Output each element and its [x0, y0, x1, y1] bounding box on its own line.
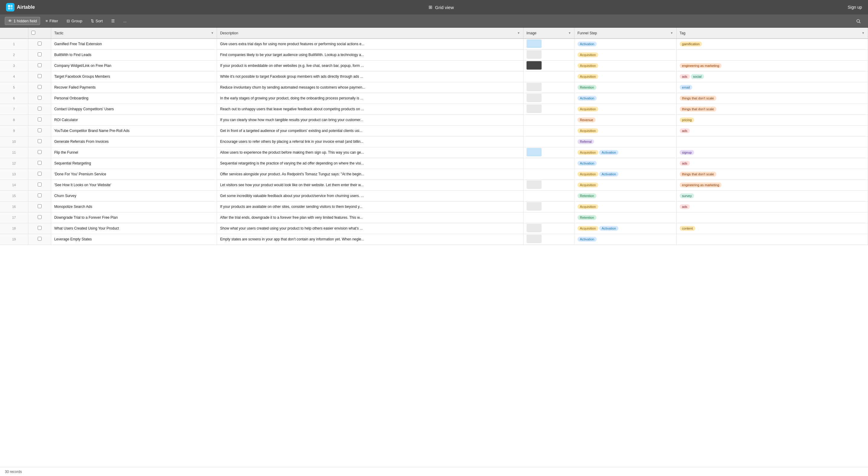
row-checkbox[interactable]	[38, 161, 41, 165]
tag-cell: pricing	[676, 115, 868, 125]
row-number: 17	[0, 212, 28, 223]
tag-cell: things that don't scale	[676, 93, 868, 104]
table-row: 16Monopolize Search AdsIf your products …	[0, 201, 868, 212]
select-all-checkbox[interactable]	[31, 31, 35, 35]
row-number: 16	[0, 201, 28, 212]
image-cell	[523, 147, 574, 158]
row-checkbox[interactable]	[38, 204, 41, 208]
image-cell	[523, 38, 574, 50]
row-checkbox[interactable]	[38, 215, 41, 219]
tactic-cell[interactable]: Monopolize Search Ads	[51, 201, 217, 212]
description-cell: Find companies likely to be your target …	[217, 50, 523, 60]
row-checkbox[interactable]	[38, 139, 41, 143]
tactic-cell[interactable]: Generate Referrals From Invoices	[51, 136, 217, 147]
row-checkbox-cell	[28, 190, 51, 201]
tactic-cell[interactable]: ROI Calculator	[51, 115, 217, 125]
tactic-cell[interactable]: BuiltWith to Find Leads	[51, 50, 217, 60]
row-checkbox[interactable]	[38, 128, 41, 132]
row-number: 9	[0, 125, 28, 136]
funnel-step-cell: AcquisitionActivation	[575, 223, 677, 234]
logo[interactable]: Airtable	[6, 3, 35, 11]
table-row: 9YouTube Competitor Brand Name Pre-Roll …	[0, 125, 868, 136]
row-checkbox[interactable]	[38, 107, 41, 110]
col-header-tag[interactable]: Tag ▼	[676, 28, 868, 38]
hidden-field-button[interactable]: 👁 1 hidden field	[5, 17, 40, 25]
row-checkbox-cell	[28, 71, 51, 82]
row-checkbox[interactable]	[38, 85, 41, 89]
tag-item: email	[680, 85, 692, 90]
row-checkbox-cell	[28, 82, 51, 93]
row-checkbox[interactable]	[38, 96, 41, 100]
filter-button[interactable]: ≡ Filter	[42, 17, 61, 25]
image-cell	[523, 180, 574, 190]
app-header: Airtable ⊞ Grid view Sign up	[0, 0, 868, 14]
col-header-num	[0, 28, 28, 38]
col-header-description[interactable]: Description ▼	[217, 28, 523, 38]
row-checkbox[interactable]	[38, 74, 41, 78]
row-checkbox[interactable]	[38, 63, 41, 67]
row-checkbox[interactable]	[38, 172, 41, 176]
description-cell: If your product is embeddable on other w…	[217, 60, 523, 71]
row-number: 13	[0, 169, 28, 180]
funnel-step-tag: Acquisition	[578, 63, 598, 68]
tactic-cell[interactable]: What Users Created Using Your Product	[51, 223, 217, 234]
row-checkbox[interactable]	[38, 237, 41, 241]
image-cell	[523, 82, 574, 93]
tactic-cell[interactable]: Gamified Free Trial Extension	[51, 38, 217, 50]
description-cell: Give users extra trial days for using mo…	[217, 38, 523, 50]
funnel-step-cell: Retention	[575, 212, 677, 223]
row-checkbox[interactable]	[38, 41, 41, 45]
col-header-tactic[interactable]: Tactic ▼	[51, 28, 217, 38]
row-checkbox[interactable]	[38, 118, 41, 121]
logo-icon	[6, 3, 14, 11]
funnel-step-tag: Acquisition	[578, 183, 598, 187]
more-button[interactable]: ...	[120, 17, 130, 25]
filter-icon: ≡	[45, 19, 48, 23]
group-icon: ⊟	[67, 19, 70, 23]
tactic-cell[interactable]: YouTube Competitor Brand Name Pre-Roll A…	[51, 125, 217, 136]
funnel-step-cell: Acquisition	[575, 60, 677, 71]
sign-up-button[interactable]: Sign up	[848, 5, 862, 10]
image-cell	[523, 201, 574, 212]
tactic-cell[interactable]: Recover Failed Payments	[51, 82, 217, 93]
group-button[interactable]: ⊟ Group	[64, 17, 85, 25]
row-number: 15	[0, 190, 28, 201]
tactic-cell[interactable]: Leverage Empty States	[51, 234, 217, 245]
tag-item: things that don't scale	[680, 172, 716, 177]
description-cell: Reduce involuntary churn by sending auto…	[217, 82, 523, 93]
row-checkbox[interactable]	[38, 53, 41, 56]
tactic-cell[interactable]: Contact Unhappy Competitors' Users	[51, 104, 217, 115]
tactic-cell[interactable]: Personal Onboarding	[51, 93, 217, 104]
funnel-step-tag: Retention	[578, 193, 596, 198]
image-cell	[523, 190, 574, 201]
table-row: 7Contact Unhappy Competitors' UsersReach…	[0, 104, 868, 115]
table-row: 18What Users Created Using Your ProductS…	[0, 223, 868, 234]
col-header-funnel[interactable]: Funnel Step ▼	[575, 28, 677, 38]
row-checkbox-cell	[28, 93, 51, 104]
tactic-cell[interactable]: Flip the Funnel	[51, 147, 217, 158]
tactic-cell[interactable]: Company Widget/Link on Free Plan	[51, 60, 217, 71]
table-row: 3Company Widget/Link on Free PlanIf your…	[0, 60, 868, 71]
image-cell	[523, 234, 574, 245]
row-checkbox[interactable]	[38, 183, 41, 187]
funnel-step-cell: Acquisition	[575, 180, 677, 190]
search-button[interactable]	[854, 16, 863, 26]
tactic-cell[interactable]: Sequential Retargeting	[51, 158, 217, 169]
funnel-sort-icon: ▼	[670, 31, 673, 35]
image-cell	[523, 136, 574, 147]
row-checkbox[interactable]	[38, 226, 41, 230]
table-header: Tactic ▼ Description ▼ Image ▼	[0, 28, 868, 38]
row-height-button[interactable]: ☰	[108, 17, 118, 25]
col-header-image[interactable]: Image ▼	[523, 28, 574, 38]
tactic-cell[interactable]: Churn Survey	[51, 190, 217, 201]
tactic-cell[interactable]: 'Done For You' Premium Service	[51, 169, 217, 180]
tag-cell: things that don't scale	[676, 104, 868, 115]
sort-button[interactable]: ⇅ Sort	[88, 17, 106, 25]
row-number: 6	[0, 93, 28, 104]
tactic-cell[interactable]: Downgrade Trial to a Forever Free Plan	[51, 212, 217, 223]
tactic-cell[interactable]: Target Facebook Groups Members	[51, 71, 217, 82]
row-number: 11	[0, 147, 28, 158]
row-checkbox[interactable]	[38, 193, 41, 197]
tactic-cell[interactable]: 'See How It Looks on Your Website'	[51, 180, 217, 190]
row-checkbox[interactable]	[38, 150, 41, 154]
